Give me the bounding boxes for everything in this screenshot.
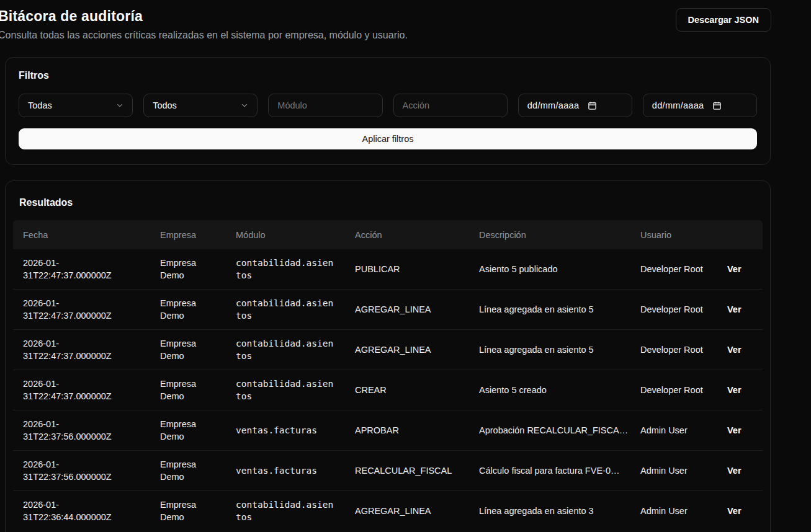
cell-accion: AGREGAR_LINEA <box>345 290 469 330</box>
calendar-icon[interactable] <box>588 101 597 110</box>
title-block: Bitácora de auditoría Consulta todas las… <box>0 8 408 41</box>
cell-empresa: Empresa Demo <box>150 249 226 290</box>
column-header-accion: Acción <box>345 220 469 249</box>
user-select-value: Todos <box>153 100 177 110</box>
column-header-empresa: Empresa <box>150 220 226 249</box>
cell-accion: AGREGAR_LINEA <box>345 491 469 531</box>
cell-fecha: 2026-01-31T22:47:37.000000Z <box>13 370 150 410</box>
view-details-link[interactable]: Ver <box>727 506 742 516</box>
cell-usuario: Admin User <box>630 451 717 491</box>
cell-fecha: 2026-01-31T22:47:37.000000Z <box>13 249 150 290</box>
cell-accion: CREAR <box>345 370 469 410</box>
cell-accion: APROBAR <box>345 410 469 451</box>
table-row: 2026-01-31T22:47:37.000000Z Empresa Demo… <box>13 249 763 290</box>
cell-modulo: ventas.facturas <box>226 410 345 451</box>
filters-heading: Filtros <box>19 70 757 81</box>
cell-accion: AGREGAR_LINEA <box>345 330 469 370</box>
cell-modulo: contabilidad.asientos <box>226 370 345 410</box>
column-header-usuario: Usuario <box>630 220 717 249</box>
cell-empresa: Empresa Demo <box>150 330 226 370</box>
column-header-actions <box>717 220 763 249</box>
view-details-link[interactable]: Ver <box>727 304 742 314</box>
view-details-link[interactable]: Ver <box>727 385 742 395</box>
date-to-input[interactable]: dd/mm/aaaa <box>643 94 757 117</box>
results-panel: Resultados Fecha Empresa Módulo Acción D… <box>5 180 771 532</box>
action-input[interactable]: Acción <box>393 94 508 117</box>
cell-usuario: Admin User <box>630 410 717 451</box>
table-row: 2026-01-31T22:47:37.000000Z Empresa Demo… <box>13 290 763 330</box>
cell-usuario: Developer Root <box>630 370 717 410</box>
page-title: Bitácora de auditoría <box>0 8 408 25</box>
column-header-fecha: Fecha <box>13 220 150 249</box>
page-header: Bitácora de auditoría Consulta todas las… <box>0 8 811 41</box>
cell-descripcion: Cálculo fiscal para factura FVE-0… <box>469 451 630 491</box>
cell-fecha: 2026-01-31T22:47:37.000000Z <box>13 290 150 330</box>
apply-filters-button[interactable]: Aplicar filtros <box>19 128 757 149</box>
cell-descripcion: Aprobación RECALCULAR_FISCA… <box>469 410 630 451</box>
cell-modulo: contabilidad.asientos <box>226 330 345 370</box>
cell-descripcion: Línea agregada en asiento 5 <box>469 290 630 330</box>
view-details-link[interactable]: Ver <box>727 264 742 274</box>
cell-descripcion: Línea agregada en asiento 5 <box>469 330 630 370</box>
cell-usuario: Developer Root <box>630 290 717 330</box>
cell-empresa: Empresa Demo <box>150 491 226 531</box>
audit-log-page: Bitácora de auditoría Consulta todas las… <box>0 0 811 532</box>
filters-panel: Filtros Todas Todos Módulo Acción dd/mm/… <box>5 57 771 165</box>
cell-descripcion: Asiento 5 publicado <box>469 249 630 290</box>
column-header-modulo: Módulo <box>226 220 345 249</box>
user-select[interactable]: Todos <box>143 94 258 117</box>
cell-fecha: 2026-01-31T22:37:56.000000Z <box>13 410 150 451</box>
calendar-icon[interactable] <box>712 101 722 110</box>
date-to-value: dd/mm/aaaa <box>652 100 704 110</box>
cell-modulo: contabilidad.asientos <box>226 491 345 531</box>
cell-descripcion: Asiento 5 creado <box>469 370 630 410</box>
table-row: 2026-01-31T22:47:37.000000Z Empresa Demo… <box>13 370 763 410</box>
cell-empresa: Empresa Demo <box>150 370 226 410</box>
audit-table-header: Fecha Empresa Módulo Acción Descripción … <box>13 220 763 249</box>
column-header-descripcion: Descripción <box>469 220 630 249</box>
company-select[interactable]: Todas <box>19 94 133 117</box>
view-details-link[interactable]: Ver <box>727 466 742 476</box>
cell-usuario: Admin User <box>630 491 717 531</box>
results-table-body: 2026-01-31T22:47:37.000000Z Empresa Demo… <box>13 249 763 531</box>
cell-accion: PUBLICAR <box>345 249 469 290</box>
view-details-link[interactable]: Ver <box>727 345 742 355</box>
cell-empresa: Empresa Demo <box>150 410 226 451</box>
module-input-placeholder: Módulo <box>277 100 307 110</box>
table-row: 2026-01-31T22:47:37.000000Z Empresa Demo… <box>13 330 763 370</box>
table-row: 2026-01-31T22:36:44.000000Z Empresa Demo… <box>13 491 763 531</box>
date-from-input[interactable]: dd/mm/aaaa <box>518 94 632 117</box>
cell-accion: RECALCULAR_FISCAL <box>345 451 469 491</box>
cell-fecha: 2026-01-31T22:36:44.000000Z <box>13 491 150 531</box>
cell-empresa: Empresa Demo <box>150 451 226 491</box>
results-heading: Resultados <box>19 197 763 208</box>
date-from-value: dd/mm/aaaa <box>527 100 580 110</box>
table-row: 2026-01-31T22:37:56.000000Z Empresa Demo… <box>13 410 763 451</box>
page-subtitle: Consulta todas las acciones críticas rea… <box>0 30 408 41</box>
chevron-down-icon <box>241 102 248 109</box>
audit-table: Fecha Empresa Módulo Acción Descripción … <box>13 220 763 531</box>
cell-descripcion: Línea agregada en asiento 3 <box>469 491 630 531</box>
module-input[interactable]: Módulo <box>268 94 382 117</box>
cell-fecha: 2026-01-31T22:37:56.000000Z <box>13 451 150 491</box>
chevron-down-icon <box>116 102 123 109</box>
cell-fecha: 2026-01-31T22:47:37.000000Z <box>13 330 150 370</box>
cell-modulo: ventas.facturas <box>226 451 345 491</box>
cell-modulo: contabilidad.asientos <box>226 249 345 290</box>
company-select-value: Todas <box>28 100 52 110</box>
action-input-placeholder: Acción <box>403 100 430 110</box>
filters-row: Todas Todos Módulo Acción dd/mm/aaaa dd/ <box>19 94 757 117</box>
cell-usuario: Developer Root <box>630 249 717 290</box>
table-row: 2026-01-31T22:37:56.000000Z Empresa Demo… <box>13 451 763 491</box>
cell-empresa: Empresa Demo <box>150 290 226 330</box>
download-json-button[interactable]: Descargar JSON <box>676 8 771 32</box>
view-details-link[interactable]: Ver <box>727 425 742 435</box>
cell-modulo: contabilidad.asientos <box>226 290 345 330</box>
cell-usuario: Developer Root <box>630 330 717 370</box>
